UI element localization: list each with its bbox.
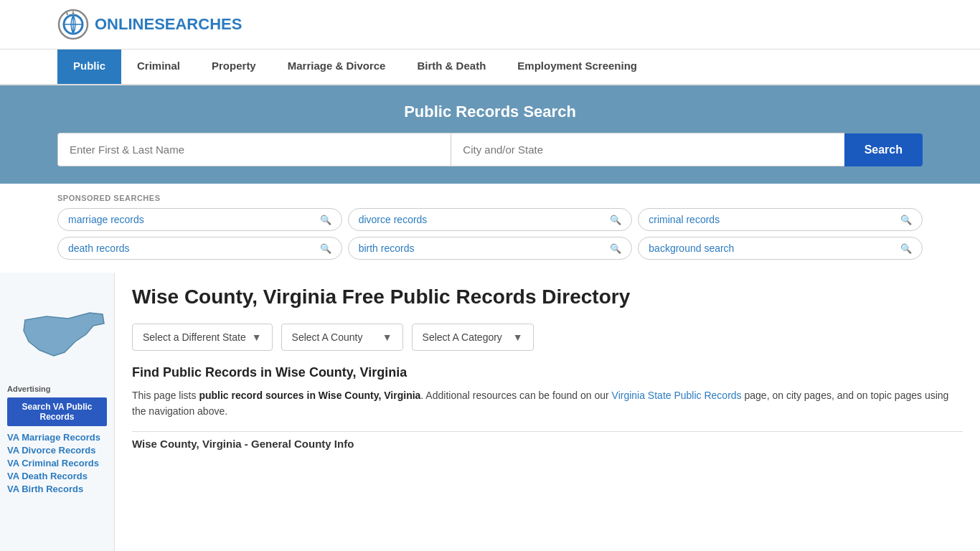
nav-item-public[interactable]: Public: [57, 50, 121, 84]
sidebar-link-death[interactable]: VA Death Records: [7, 471, 107, 481]
county-dropdown-arrow: ▼: [382, 331, 392, 343]
virginia-map-icon: [18, 298, 111, 370]
search-form: Search: [57, 133, 923, 166]
sponsored-tag-death-text: death records: [68, 242, 130, 254]
search-hero-title: Public Records Search: [57, 103, 923, 121]
sidebar-link-birth[interactable]: VA Birth Records: [7, 484, 107, 494]
sponsored-grid: marriage records 🔍 divorce records 🔍 cri…: [57, 208, 923, 260]
sidebar-link-marriage[interactable]: VA Marriage Records: [7, 432, 107, 443]
sidebar-ad-label: Advertising: [7, 385, 107, 393]
sidebar-ad-button[interactable]: Search VA Public Records: [7, 397, 107, 426]
search-icon-1: 🔍: [320, 215, 331, 225]
category-dropdown-label: Select A Category: [423, 331, 502, 343]
nav-item-employment[interactable]: Employment Screening: [501, 50, 653, 84]
sponsored-tag-birth-text: birth records: [359, 242, 415, 254]
search-icon-5: 🔍: [610, 243, 621, 254]
main-content-area: Wise County, Virginia Free Public Record…: [115, 273, 980, 551]
sponsored-tag-marriage[interactable]: marriage records 🔍: [57, 208, 342, 231]
sponsored-tag-birth[interactable]: birth records 🔍: [348, 237, 633, 260]
sponsored-tag-marriage-text: marriage records: [68, 214, 144, 225]
county-dropdown-label: Select A County: [292, 331, 363, 343]
sponsored-tag-criminal-text: criminal records: [649, 214, 720, 225]
search-icon-6: 🔍: [900, 243, 912, 254]
find-heading: Find Public Records in Wise County, Virg…: [132, 365, 963, 380]
dropdowns-row: Select a Different State ▼ Select A Coun…: [132, 324, 963, 351]
nav-item-criminal[interactable]: Criminal: [121, 50, 196, 84]
search-icon-2: 🔍: [610, 215, 621, 225]
sponsored-label: SPONSORED SEARCHES: [57, 194, 923, 202]
logo-text: ONLINESEARCHES: [95, 15, 242, 34]
state-dropdown-arrow: ▼: [252, 331, 262, 343]
sponsored-tag-background[interactable]: background search 🔍: [638, 237, 923, 260]
sponsored-section: SPONSORED SEARCHES marriage records 🔍 di…: [0, 184, 980, 260]
main-nav: Public Criminal Property Marriage & Divo…: [0, 50, 980, 85]
sidebar: Advertising Search VA Public Records VA …: [0, 273, 115, 551]
body-text: This page lists public record sources in…: [132, 387, 963, 420]
sidebar-link-criminal[interactable]: VA Criminal Records: [7, 458, 107, 468]
body-link[interactable]: Virginia State Public Records: [612, 390, 742, 401]
sponsored-tag-background-text: background search: [649, 242, 734, 254]
body-bold: public record sources in Wise County, Vi…: [199, 390, 420, 401]
page-title: Wise County, Virginia Free Public Record…: [132, 284, 963, 309]
search-icon-4: 🔍: [320, 243, 331, 254]
header: ONLINESEARCHES: [0, 0, 980, 50]
search-button[interactable]: Search: [844, 133, 923, 166]
category-dropdown-arrow: ▼: [513, 331, 523, 343]
search-hero: Public Records Search Search: [0, 85, 980, 184]
body-text-1: This page lists: [132, 390, 199, 401]
sponsored-tag-divorce[interactable]: divorce records 🔍: [348, 208, 633, 231]
body-text-2: . Additional resources can be found on o…: [420, 390, 611, 401]
logo-online: ONLINE: [95, 15, 154, 33]
sponsored-tag-divorce-text: divorce records: [359, 214, 428, 225]
general-info-title: Wise County, Virginia - General County I…: [132, 438, 963, 450]
sidebar-links: VA Marriage Records VA Divorce Records V…: [7, 432, 107, 494]
name-input[interactable]: [57, 133, 451, 166]
nav-item-property[interactable]: Property: [196, 50, 272, 84]
search-icon-3: 🔍: [900, 215, 912, 225]
state-map-area: [7, 284, 122, 385]
state-dropdown-label: Select a Different State: [143, 331, 246, 343]
main-content: Advertising Search VA Public Records VA …: [0, 273, 980, 551]
sponsored-tag-death[interactable]: death records 🔍: [57, 237, 342, 260]
logo[interactable]: ONLINESEARCHES: [57, 9, 242, 40]
content-divider: [132, 431, 963, 432]
state-dropdown[interactable]: Select a Different State ▼: [132, 324, 273, 351]
nav-item-birth-death[interactable]: Birth & Death: [401, 50, 501, 84]
logo-icon: [57, 9, 89, 40]
nav-item-marriage-divorce[interactable]: Marriage & Divorce: [272, 50, 402, 84]
sidebar-link-divorce[interactable]: VA Divorce Records: [7, 445, 107, 456]
county-dropdown[interactable]: Select A County ▼: [281, 324, 403, 351]
logo-searches: SEARCHES: [154, 15, 242, 33]
sponsored-tag-criminal[interactable]: criminal records 🔍: [638, 208, 923, 231]
category-dropdown[interactable]: Select A Category ▼: [412, 324, 534, 351]
city-state-input[interactable]: [451, 133, 844, 166]
